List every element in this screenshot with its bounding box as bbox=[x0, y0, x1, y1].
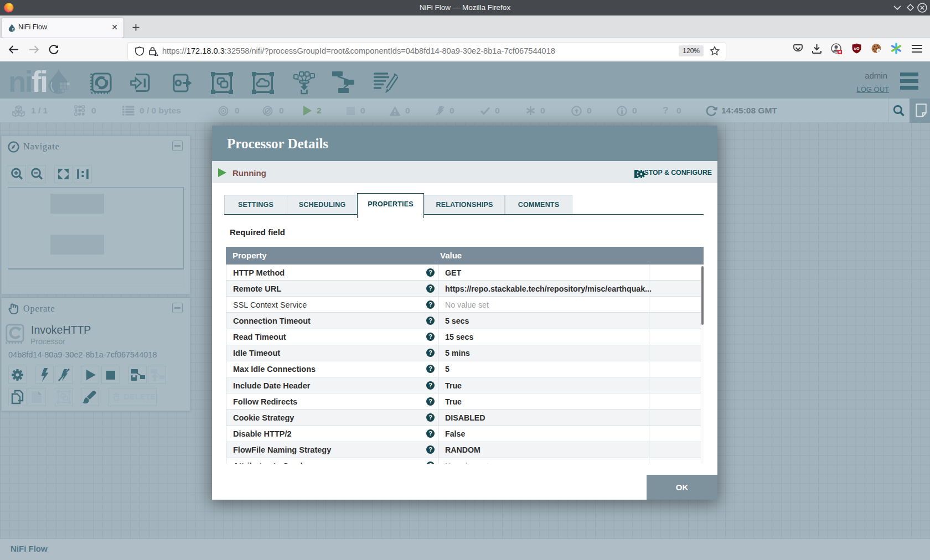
svg-text:uO: uO bbox=[854, 46, 860, 50]
